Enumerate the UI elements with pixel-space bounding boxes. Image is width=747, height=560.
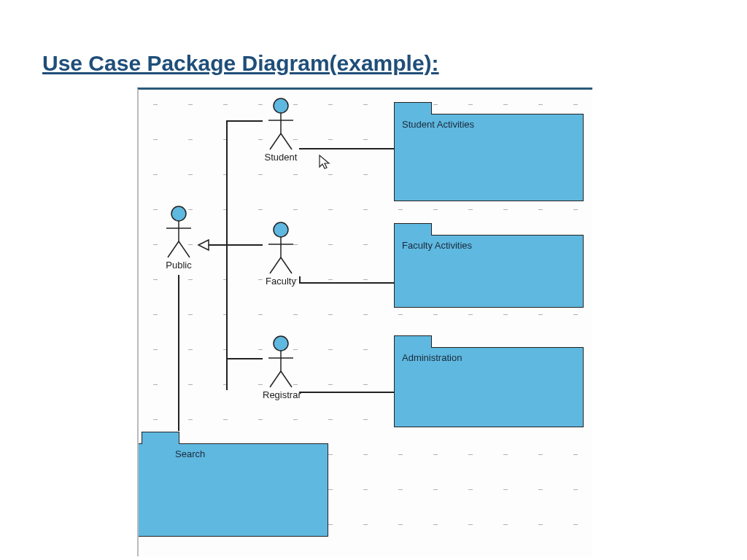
grid-dot	[188, 314, 193, 315]
grid-dot	[363, 139, 368, 140]
actor-student[interactable]: Student	[263, 97, 299, 163]
grid-dot	[258, 209, 263, 210]
package-tab-icon	[394, 223, 432, 236]
grid-dot	[188, 139, 193, 140]
package-student-activities[interactable]: Student Activities	[394, 101, 584, 201]
grid-dot	[398, 209, 403, 210]
grid-dot	[573, 524, 578, 525]
grid-dot	[188, 419, 193, 420]
package-search[interactable]: Search	[139, 431, 328, 537]
grid-dot	[153, 104, 158, 105]
connector	[299, 148, 394, 149]
grid-dot	[328, 314, 333, 315]
grid-dot	[398, 454, 403, 455]
svg-point-10	[274, 222, 288, 237]
grid-dot	[153, 279, 158, 280]
actor-registrar-label: Registrar	[263, 389, 299, 400]
grid-dot	[363, 419, 368, 420]
grid-dot	[328, 139, 333, 140]
actor-registrar[interactable]: Registrar	[263, 335, 299, 400]
grid-dot	[468, 454, 473, 455]
grid-dot	[188, 384, 193, 385]
grid-dot	[573, 454, 578, 455]
svg-line-19	[281, 371, 292, 387]
svg-line-3	[270, 133, 281, 149]
actor-icon	[263, 221, 299, 276]
svg-line-18	[270, 371, 281, 387]
actor-student-label: Student	[263, 152, 299, 163]
grid-dot	[188, 104, 193, 105]
actor-public[interactable]: Public	[160, 205, 197, 271]
svg-point-5	[171, 206, 186, 221]
svg-line-9	[179, 241, 190, 257]
grid-dot	[328, 489, 333, 490]
grid-dot	[468, 209, 473, 210]
actor-faculty[interactable]: Faculty	[263, 221, 299, 287]
grid-dot	[328, 209, 333, 210]
grid-dot	[503, 209, 508, 210]
grid-dot	[398, 314, 403, 315]
grid-dot	[538, 209, 543, 210]
package-faculty-activities[interactable]: Faculty Activities	[394, 222, 584, 308]
grid-dot	[328, 454, 333, 455]
grid-dot	[293, 209, 298, 210]
svg-line-14	[281, 257, 292, 273]
grid-dot	[363, 174, 368, 175]
package-label: Faculty Activities	[402, 240, 472, 251]
connector	[299, 392, 394, 393]
grid-dot	[398, 489, 403, 490]
grid-dot	[363, 244, 368, 245]
package-label: Student Activities	[402, 119, 474, 130]
svg-marker-20	[198, 240, 209, 250]
grid-dot	[328, 279, 333, 280]
grid-dot	[433, 314, 438, 315]
svg-line-13	[270, 257, 281, 273]
grid-dot	[363, 454, 368, 455]
connector	[226, 358, 263, 359]
grid-dot	[538, 524, 543, 525]
grid-dot	[293, 314, 298, 315]
svg-point-0	[274, 98, 288, 113]
grid-dot	[153, 139, 158, 140]
grid-dot	[363, 524, 368, 525]
grid-dot	[363, 209, 368, 210]
grid-dot	[153, 419, 158, 420]
grid-dot	[503, 489, 508, 490]
grid-dot	[328, 174, 333, 175]
grid-dot	[153, 384, 158, 385]
package-administration[interactable]: Administration	[394, 335, 584, 427]
connector	[226, 244, 263, 246]
grid-dot	[188, 174, 193, 175]
grid-dot	[573, 209, 578, 210]
connector	[209, 244, 226, 246]
actor-icon	[263, 335, 299, 389]
grid-dot	[363, 384, 368, 385]
grid-dot	[153, 209, 158, 210]
connector	[299, 276, 301, 282]
package-label: Search	[175, 448, 205, 459]
grid-dot	[328, 104, 333, 105]
package-body: Faculty Activities	[394, 235, 584, 308]
grid-dot	[538, 489, 543, 490]
grid-dot	[328, 349, 333, 350]
package-body: Search	[139, 443, 328, 537]
grid-dot	[503, 314, 508, 315]
connector	[226, 120, 263, 122]
grid-dot	[468, 524, 473, 525]
package-label: Administration	[402, 352, 462, 363]
grid-dot	[328, 419, 333, 420]
grid-dot	[538, 454, 543, 455]
grid-dot	[153, 314, 158, 315]
grid-dot	[573, 489, 578, 490]
svg-point-15	[274, 336, 288, 351]
grid-dot	[258, 174, 263, 175]
grid-dot	[503, 524, 508, 525]
grid-dot	[433, 524, 438, 525]
grid-dot	[468, 489, 473, 490]
grid-dot	[153, 174, 158, 175]
grid-dot	[188, 349, 193, 350]
actor-public-label: Public	[160, 260, 197, 271]
grid-dot	[328, 384, 333, 385]
connector	[226, 120, 228, 390]
package-body: Student Activities	[394, 114, 584, 201]
